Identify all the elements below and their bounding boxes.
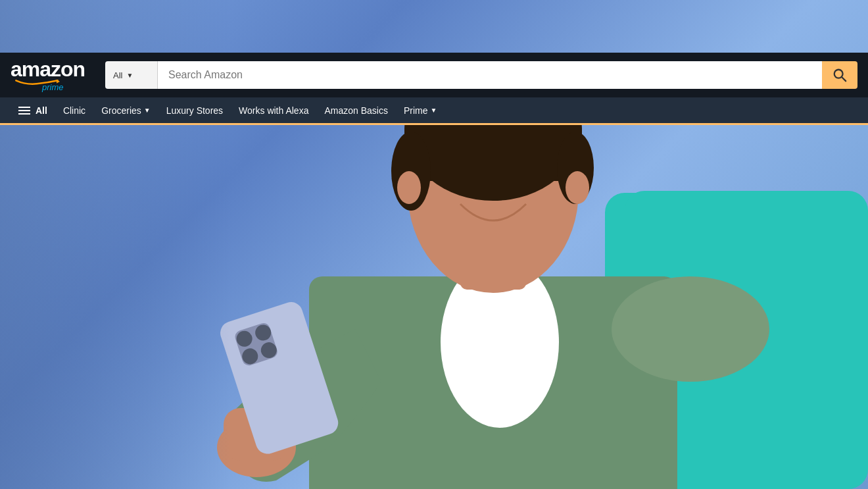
hamburger-line-3 [18,113,30,115]
nav-all-label: All [36,105,47,116]
nav-clinic-label: Clinic [63,105,85,116]
prime-label: prime [42,82,64,92]
nav-prime-label: Prime [404,105,428,116]
search-bar[interactable]: All ▼ [105,61,857,89]
search-button[interactable] [822,61,857,89]
nav-luxury-stores-label: Luxury Stores [166,105,223,116]
nav-item-luxury-stores[interactable]: Luxury Stores [158,97,231,124]
svg-point-11 [566,171,589,204]
amazon-header: amazon prime All ▼ [0,53,868,125]
nav-groceries-label: Groceries [101,105,141,116]
svg-line-24 [842,77,846,81]
header-top-bar: amazon prime All ▼ [0,53,868,97]
search-category-label: All [113,70,122,80]
nav-amazon-basics-label: Amazon Basics [324,105,387,116]
chevron-down-icon: ▼ [144,107,151,114]
chevron-down-icon: ▼ [430,107,437,114]
nav-item-prime[interactable]: Prime ▼ [396,97,445,124]
nav-item-works-with-alexa[interactable]: Works with Alexa [231,97,316,124]
search-category-selector[interactable]: All ▼ [105,61,158,89]
svg-point-20 [612,276,769,382]
chevron-down-icon: ▼ [126,72,133,79]
hamburger-icon [18,107,30,115]
svg-point-10 [397,171,421,204]
amazon-logo[interactable]: amazon prime [11,59,89,92]
hamburger-line-1 [18,107,30,108]
nav-item-groceries[interactable]: Groceries ▼ [93,97,158,124]
navigation-bar: All Clinic Groceries ▼ Luxury Stores Wor… [0,97,868,125]
hamburger-line-2 [18,110,30,111]
search-input[interactable] [158,61,822,89]
nav-item-all[interactable]: All [11,97,55,124]
svg-rect-7 [404,128,582,181]
nav-item-clinic[interactable]: Clinic [55,97,93,124]
nav-item-amazon-basics[interactable]: Amazon Basics [316,97,395,124]
amazon-wordmark: amazon [11,59,85,80]
nav-works-with-alexa-label: Works with Alexa [239,105,308,116]
search-icon [832,68,847,82]
